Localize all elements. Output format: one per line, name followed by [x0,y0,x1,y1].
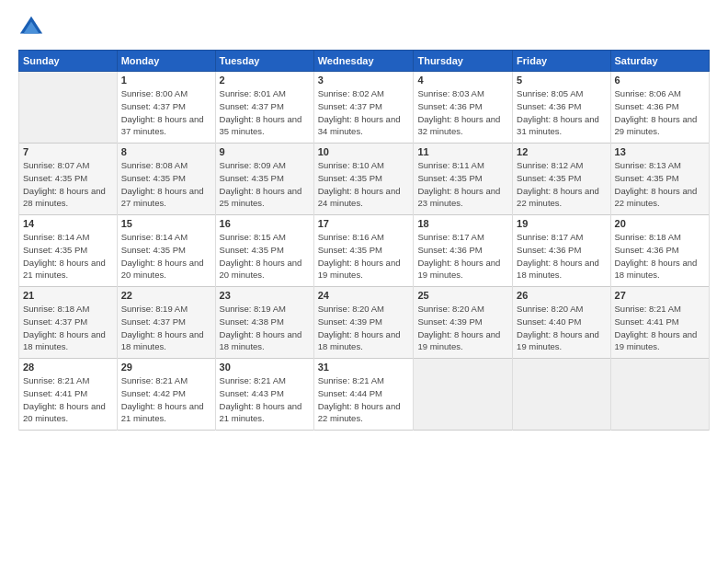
day-number: 10 [318,146,410,157]
day-cell: 5Sunrise: 8:05 AM Sunset: 4:36 PM Daylig… [513,72,610,144]
header-row: SundayMondayTuesdayWednesdayThursdayFrid… [19,51,710,72]
day-number: 27 [615,290,705,301]
day-info: Sunrise: 8:18 AM Sunset: 4:37 PM Dayligh… [23,303,113,353]
day-cell [513,359,610,431]
header-wednesday: Wednesday [313,51,414,72]
day-info: Sunrise: 8:07 AM Sunset: 4:35 PM Dayligh… [23,159,113,210]
day-cell: 26Sunrise: 8:20 AM Sunset: 4:40 PM Dayli… [513,287,610,359]
day-info: Sunrise: 8:18 AM Sunset: 4:36 PM Dayligh… [615,231,705,282]
day-cell [19,72,118,144]
day-cell: 18Sunrise: 8:17 AM Sunset: 4:36 PM Dayli… [414,215,513,287]
day-number: 14 [23,218,113,229]
day-number: 30 [220,362,310,373]
day-number: 12 [517,146,606,157]
day-cell: 29Sunrise: 8:21 AM Sunset: 4:42 PM Dayli… [117,359,215,431]
day-number: 8 [121,146,211,157]
day-cell: 16Sunrise: 8:15 AM Sunset: 4:35 PM Dayli… [215,215,313,287]
day-cell: 3Sunrise: 8:02 AM Sunset: 4:37 PM Daylig… [313,72,414,144]
day-cell: 27Sunrise: 8:21 AM Sunset: 4:41 PM Dayli… [610,287,709,359]
day-number: 16 [220,218,310,229]
day-info: Sunrise: 8:16 AM Sunset: 4:35 PM Dayligh… [318,231,410,282]
day-number: 19 [517,218,606,229]
header [18,15,710,40]
day-info: Sunrise: 8:13 AM Sunset: 4:35 PM Dayligh… [615,159,705,210]
day-info: Sunrise: 8:19 AM Sunset: 4:38 PM Dayligh… [220,303,310,353]
day-info: Sunrise: 8:21 AM Sunset: 4:43 PM Dayligh… [220,374,310,425]
day-cell: 1Sunrise: 8:00 AM Sunset: 4:37 PM Daylig… [117,72,215,144]
day-cell: 30Sunrise: 8:21 AM Sunset: 4:43 PM Dayli… [215,359,313,431]
day-info: Sunrise: 8:05 AM Sunset: 4:36 PM Dayligh… [517,87,606,138]
day-info: Sunrise: 8:10 AM Sunset: 4:35 PM Dayligh… [318,159,410,210]
day-number: 21 [23,290,113,301]
week-row-3: 14Sunrise: 8:14 AM Sunset: 4:35 PM Dayli… [19,215,710,287]
day-cell: 14Sunrise: 8:14 AM Sunset: 4:35 PM Dayli… [19,215,118,287]
day-info: Sunrise: 8:21 AM Sunset: 4:44 PM Dayligh… [318,374,410,425]
day-number: 29 [121,362,211,373]
day-info: Sunrise: 8:14 AM Sunset: 4:35 PM Dayligh… [23,231,113,282]
day-info: Sunrise: 8:11 AM Sunset: 4:35 PM Dayligh… [417,159,508,210]
day-number: 11 [417,146,508,157]
day-cell: 12Sunrise: 8:12 AM Sunset: 4:35 PM Dayli… [513,144,610,215]
day-number: 28 [23,362,113,373]
day-info: Sunrise: 8:19 AM Sunset: 4:37 PM Dayligh… [121,303,211,353]
day-info: Sunrise: 8:14 AM Sunset: 4:35 PM Dayligh… [121,231,211,282]
day-info: Sunrise: 8:06 AM Sunset: 4:36 PM Dayligh… [615,87,705,138]
day-info: Sunrise: 8:15 AM Sunset: 4:35 PM Dayligh… [220,231,310,282]
day-cell: 4Sunrise: 8:03 AM Sunset: 4:36 PM Daylig… [414,72,513,144]
day-number: 23 [220,290,310,301]
day-cell [610,359,709,431]
day-info: Sunrise: 8:03 AM Sunset: 4:36 PM Dayligh… [417,87,508,138]
day-number: 20 [615,218,705,229]
header-tuesday: Tuesday [215,51,313,72]
day-number: 9 [220,146,310,157]
day-number: 17 [318,218,410,229]
day-number: 18 [417,218,508,229]
day-info: Sunrise: 8:00 AM Sunset: 4:37 PM Dayligh… [121,87,211,138]
day-cell: 6Sunrise: 8:06 AM Sunset: 4:36 PM Daylig… [610,72,709,144]
day-info: Sunrise: 8:21 AM Sunset: 4:42 PM Dayligh… [121,374,211,425]
day-number: 5 [517,75,606,86]
day-cell: 24Sunrise: 8:20 AM Sunset: 4:39 PM Dayli… [313,287,414,359]
day-number: 22 [121,290,211,301]
logo [18,15,48,40]
day-cell: 25Sunrise: 8:20 AM Sunset: 4:39 PM Dayli… [414,287,513,359]
day-number: 6 [615,75,705,86]
day-info: Sunrise: 8:12 AM Sunset: 4:35 PM Dayligh… [517,159,606,210]
day-cell: 31Sunrise: 8:21 AM Sunset: 4:44 PM Dayli… [313,359,414,431]
day-cell: 10Sunrise: 8:10 AM Sunset: 4:35 PM Dayli… [313,144,414,215]
day-info: Sunrise: 8:09 AM Sunset: 4:35 PM Dayligh… [220,159,310,210]
week-row-5: 28Sunrise: 8:21 AM Sunset: 4:41 PM Dayli… [19,359,710,431]
day-info: Sunrise: 8:20 AM Sunset: 4:39 PM Dayligh… [318,303,410,353]
day-number: 24 [318,290,410,301]
day-number: 15 [121,218,211,229]
day-info: Sunrise: 8:20 AM Sunset: 4:40 PM Dayligh… [517,303,606,353]
day-number: 1 [121,75,211,86]
day-info: Sunrise: 8:20 AM Sunset: 4:39 PM Dayligh… [417,303,508,353]
week-row-1: 1Sunrise: 8:00 AM Sunset: 4:37 PM Daylig… [19,72,710,144]
page: SundayMondayTuesdayWednesdayThursdayFrid… [0,0,728,563]
header-monday: Monday [117,51,215,72]
day-number: 13 [615,146,705,157]
day-cell: 20Sunrise: 8:18 AM Sunset: 4:36 PM Dayli… [610,215,709,287]
day-cell: 2Sunrise: 8:01 AM Sunset: 4:37 PM Daylig… [215,72,313,144]
header-thursday: Thursday [414,51,513,72]
day-number: 25 [417,290,508,301]
day-info: Sunrise: 8:01 AM Sunset: 4:37 PM Dayligh… [220,87,310,138]
day-number: 4 [417,75,508,86]
calendar-table: SundayMondayTuesdayWednesdayThursdayFrid… [18,50,710,431]
day-number: 7 [23,146,113,157]
day-cell: 13Sunrise: 8:13 AM Sunset: 4:35 PM Dayli… [610,144,709,215]
week-row-2: 7Sunrise: 8:07 AM Sunset: 4:35 PM Daylig… [19,144,710,215]
day-info: Sunrise: 8:08 AM Sunset: 4:35 PM Dayligh… [121,159,211,210]
day-info: Sunrise: 8:21 AM Sunset: 4:41 PM Dayligh… [23,374,113,425]
day-cell: 15Sunrise: 8:14 AM Sunset: 4:35 PM Dayli… [117,215,215,287]
day-number: 26 [517,290,606,301]
day-info: Sunrise: 8:17 AM Sunset: 4:36 PM Dayligh… [417,231,508,282]
day-cell: 7Sunrise: 8:07 AM Sunset: 4:35 PM Daylig… [19,144,118,215]
header-saturday: Saturday [610,51,709,72]
day-cell: 8Sunrise: 8:08 AM Sunset: 4:35 PM Daylig… [117,144,215,215]
header-sunday: Sunday [19,51,118,72]
day-cell: 22Sunrise: 8:19 AM Sunset: 4:37 PM Dayli… [117,287,215,359]
day-cell [414,359,513,431]
day-info: Sunrise: 8:17 AM Sunset: 4:36 PM Dayligh… [517,231,606,282]
